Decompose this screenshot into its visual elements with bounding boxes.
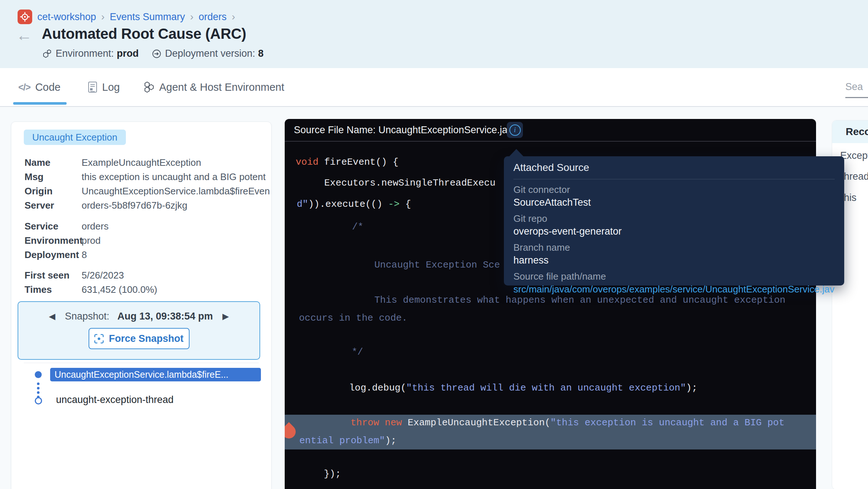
source-file-name: Source File Name: UncaughtExceptionServi…: [294, 124, 518, 136]
snapshot-next-button[interactable]: ▶: [221, 311, 231, 321]
page-title: Automated Root Cause (ARC): [42, 26, 246, 42]
occurrence-value: 5/26/2023: [82, 270, 124, 281]
environment-label: Environment:: [56, 48, 114, 59]
stack-frame-dot-icon: [35, 371, 42, 378]
detail-value: ExampleUncaughtException: [82, 157, 201, 168]
stack-thread-circle-icon[interactable]: [35, 397, 42, 404]
recorded-panel-header: Recor: [832, 120, 868, 143]
context-label: Environment: [25, 235, 82, 246]
snapshot-prev-button[interactable]: ◀: [47, 311, 57, 321]
event-details-card: Uncaught Exception Name ExampleUncaughtE…: [11, 122, 272, 489]
tab-code-label: Code: [35, 81, 60, 93]
context-value: 8: [82, 249, 87, 261]
force-snapshot-icon: [94, 334, 104, 344]
search-placeholder: Sea: [845, 81, 868, 93]
snapshot-timestamp: Aug 13, 09:38:54 pm: [117, 311, 213, 322]
code-line: });: [324, 469, 341, 479]
breadcrumb-separator: ›: [232, 12, 235, 22]
deployment-version-label: Deployment version:: [165, 48, 255, 59]
context-value: prod: [82, 235, 101, 246]
breadcrumb-link-workspace[interactable]: cet-workshop: [37, 11, 96, 23]
stack-thread-item[interactable]: uncaught-exception-thread: [56, 394, 173, 406]
occurrence-row: First seen 5/26/2023: [25, 268, 271, 283]
detail-label: Msg: [25, 171, 82, 183]
hexagons-cluster-icon: [143, 81, 154, 93]
occurrence-value: 631,452 (100.0%): [82, 284, 157, 295]
detail-value: UncaughtExceptionService.lambda$fireEven: [82, 186, 270, 197]
tab-code[interactable]: </> Code: [18, 68, 60, 106]
code-line: void fireEvent() {: [296, 157, 399, 167]
code-line: log.debug("this thread will die with an …: [349, 383, 697, 393]
tab-log-label: Log: [102, 81, 120, 93]
snapshot-label: Snapshot:: [65, 311, 109, 322]
detail-row: Server orders-5b8f97d67b-6zjkg: [25, 198, 271, 213]
stack-frame-selected[interactable]: UncaughtExceptionService.lambda$fireE...: [50, 368, 261, 381]
code-line: /*: [352, 222, 363, 232]
tab-bar: </> Code Log: [0, 68, 868, 107]
git-connector-value: SourceAttachTest: [513, 197, 835, 208]
event-type-badge: Uncaught Exception: [24, 130, 126, 145]
source-file-path-label: Source file path/name: [513, 271, 835, 282]
context-label: Service: [25, 221, 82, 232]
recorded-panel-title: Recor: [846, 126, 868, 138]
recorded-list-item[interactable]: his: [844, 192, 857, 204]
event-occurrence-group: First seen 5/26/2023 Times 631,452 (100.…: [25, 268, 271, 297]
detail-row: Name ExampleUncaughtException: [25, 156, 271, 170]
event-details-group: Name ExampleUncaughtException Msg this e…: [25, 156, 271, 213]
active-tab-underline: [13, 102, 67, 105]
code-panel-header: Source File Name: UncaughtExceptionServi…: [285, 119, 816, 142]
force-snapshot-label: Force Snapshot: [109, 333, 183, 344]
search-input[interactable]: Sea: [845, 81, 868, 98]
git-repo-value: overops-event-generator: [513, 226, 835, 237]
log-document-icon: [88, 81, 97, 93]
code-line: */: [352, 347, 363, 357]
code-tab-icon: </>: [18, 82, 30, 93]
tab-log[interactable]: Log: [88, 68, 120, 106]
context-row: Environment prod: [25, 234, 271, 248]
recorded-list-item[interactable]: Excepti: [840, 150, 868, 161]
code-line: occurs in the code.: [299, 313, 407, 323]
snapshot-nav: ◀ Snapshot: Aug 13, 09:38:54 pm ▶: [18, 311, 259, 322]
context-value: orders: [82, 221, 109, 232]
branch-name-value: harness: [513, 255, 835, 266]
code-line: throw new ExampleUncaughtException("this…: [351, 418, 785, 428]
overops-logo-icon[interactable]: [18, 10, 32, 24]
detail-row: Msg this exception is uncaught and a BIG…: [25, 170, 271, 184]
attached-source-tooltip: Attached Source Git connector SourceAtta…: [504, 156, 844, 285]
environment-value: prod: [117, 48, 139, 59]
event-context-group: Service orders Environment prod Deployme…: [25, 219, 271, 262]
deployment-version-value: 8: [258, 48, 263, 59]
divider: [513, 179, 835, 179]
code-line: d")).execute(() -> {: [297, 199, 411, 209]
divider: [24, 363, 259, 363]
context-label: Deployment: [25, 249, 82, 261]
source-file-path-link[interactable]: src/main/java/com/overops/examples/servi…: [513, 284, 835, 295]
detail-value: this exception is uncaught and a BIG pot…: [82, 171, 266, 183]
environment-row: Environment: prod Deployment version: 8: [42, 48, 263, 59]
breadcrumb-link-events-summary[interactable]: Events Summary: [110, 11, 185, 23]
tooltip-title: Attached Source: [513, 162, 835, 173]
detail-label: Server: [25, 200, 82, 211]
breadcrumb: cet-workshop › Events Summary › orders ›: [18, 10, 235, 24]
recorded-list-item[interactable]: hread-: [844, 171, 868, 182]
branch-name-label: Branch name: [513, 242, 835, 253]
breadcrumb-separator: ›: [101, 12, 105, 22]
force-snapshot-button[interactable]: Force Snapshot: [89, 328, 190, 349]
tab-agent-host-environment[interactable]: Agent & Host Environment: [143, 68, 284, 106]
back-arrow-icon[interactable]: ←: [16, 27, 32, 43]
detail-value: orders-5b8f97d67b-6zjkg: [82, 200, 187, 211]
code-line: ential problem");: [299, 436, 396, 445]
occurrence-row: Times 631,452 (100.0%): [25, 283, 271, 297]
arc-page: cet-workshop › Events Summary › orders ›…: [0, 0, 868, 489]
breadcrumb-link-orders[interactable]: orders: [199, 11, 227, 23]
info-icon: i: [509, 124, 521, 136]
snapshot-box: ◀ Snapshot: Aug 13, 09:38:54 pm ▶ Force …: [18, 301, 260, 360]
occurrence-label: First seen: [25, 270, 82, 281]
context-row: Deployment 8: [25, 248, 271, 262]
tooltip-content: Attached Source Git connector SourceAtta…: [504, 156, 844, 301]
attached-source-info-button[interactable]: i: [507, 122, 523, 138]
stack-connector-dots: [37, 382, 40, 398]
git-connector-label: Git connector: [513, 184, 835, 195]
tab-agent-label: Agent & Host Environment: [159, 81, 284, 93]
occurrence-label: Times: [25, 284, 82, 295]
